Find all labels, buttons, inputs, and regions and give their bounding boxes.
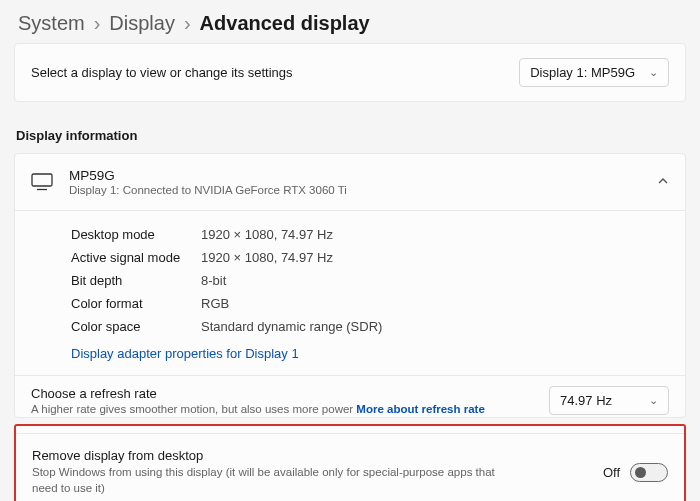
display-info-card: MP59G Display 1: Connected to NVIDIA GeF…	[14, 153, 686, 418]
info-row-bit-depth: Bit depth 8-bit	[71, 269, 669, 292]
refresh-rate-title: Choose a refresh rate	[31, 386, 485, 401]
toggle-knob	[635, 467, 646, 478]
select-display-prompt: Select a display to view or change its s…	[31, 65, 293, 80]
more-about-refresh-link[interactable]: More about refresh rate	[356, 403, 484, 415]
chevron-down-icon: ⌄	[649, 394, 658, 407]
remove-display-row: Remove display from desktop Stop Windows…	[16, 433, 684, 501]
display-selector-dropdown[interactable]: Display 1: MP59G ⌄	[519, 58, 669, 87]
adapter-properties-link[interactable]: Display adapter properties for Display 1	[71, 346, 299, 361]
info-row-adapter-link: Display adapter properties for Display 1	[71, 338, 669, 365]
chevron-right-icon: ›	[94, 12, 101, 35]
refresh-rate-subtitle: A higher rate gives smoother motion, but…	[31, 403, 485, 415]
display-info-header[interactable]: MP59G Display 1: Connected to NVIDIA GeF…	[15, 154, 685, 210]
breadcrumb-display[interactable]: Display	[109, 12, 175, 35]
refresh-rate-value: 74.97 Hz	[560, 393, 612, 408]
info-row-active-signal: Active signal mode 1920 × 1080, 74.97 Hz	[71, 246, 669, 269]
info-row-color-format: Color format RGB	[71, 292, 669, 315]
monitor-subtitle: Display 1: Connected to NVIDIA GeForce R…	[69, 184, 347, 196]
info-row-color-space: Color space Standard dynamic range (SDR)	[71, 315, 669, 338]
section-heading: Display information	[14, 102, 686, 153]
chevron-down-icon: ⌄	[649, 66, 658, 79]
breadcrumb: System › Display › Advanced display	[0, 0, 700, 43]
remove-display-highlight: Remove display from desktop Stop Windows…	[14, 424, 686, 501]
select-display-card: Select a display to view or change its s…	[14, 43, 686, 102]
info-row-desktop-mode: Desktop mode 1920 × 1080, 74.97 Hz	[71, 223, 669, 246]
remove-display-title: Remove display from desktop	[32, 448, 589, 463]
remove-display-subtitle: Stop Windows from using this display (it…	[32, 465, 512, 496]
toggle-state-label: Off	[603, 465, 620, 480]
chevron-up-icon	[657, 175, 669, 190]
breadcrumb-current: Advanced display	[200, 12, 370, 35]
refresh-rate-dropdown[interactable]: 74.97 Hz ⌄	[549, 386, 669, 415]
chevron-right-icon: ›	[184, 12, 191, 35]
monitor-icon	[31, 173, 53, 191]
display-selector-value: Display 1: MP59G	[530, 65, 635, 80]
display-info-body: Desktop mode 1920 × 1080, 74.97 Hz Activ…	[15, 210, 685, 375]
monitor-name: MP59G	[69, 168, 347, 183]
svg-rect-0	[32, 174, 52, 186]
remove-display-toggle[interactable]	[630, 463, 668, 482]
refresh-rate-row: Choose a refresh rate A higher rate give…	[15, 375, 685, 417]
breadcrumb-system[interactable]: System	[18, 12, 85, 35]
